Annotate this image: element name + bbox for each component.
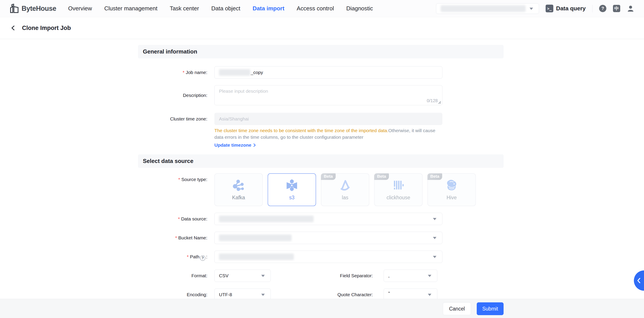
resize-handle-icon[interactable]: [438, 101, 441, 104]
form-content: General information *Job name: _copy Des…: [0, 39, 644, 301]
path-help-icon[interactable]: ?: [200, 255, 205, 261]
chevron-down-icon: [433, 218, 436, 220]
chevron-down-icon: [433, 237, 436, 239]
update-timezone-link[interactable]: Update timezone: [214, 142, 478, 148]
chevron-left-icon: [636, 278, 641, 283]
bucket-name-redacted-value: [219, 234, 292, 241]
bytehouse-logo: ByteHouse: [10, 4, 56, 14]
cluster-time-zone-label: Cluster time zone:: [0, 113, 207, 125]
required-asterisk: *: [175, 235, 177, 240]
nav-cluster-management[interactable]: Cluster management: [104, 5, 157, 12]
kafka-icon: [232, 179, 245, 192]
submit-button[interactable]: Submit: [477, 302, 504, 315]
chevron-down-icon: [428, 294, 432, 296]
encoding-value: UTF-8: [219, 292, 232, 297]
cluster-time-zone-row: Cluster time zone: Asia/Shanghai The clu…: [0, 113, 644, 148]
source-card-label: Kafka: [232, 195, 245, 201]
format-select[interactable]: CSV: [214, 269, 271, 282]
path-select[interactable]: [214, 251, 442, 263]
nav-access-control[interactable]: Access control: [297, 5, 334, 12]
required-asterisk: *: [178, 216, 180, 221]
required-asterisk: *: [187, 254, 188, 259]
bucket-name-select[interactable]: [214, 232, 442, 244]
help-icon[interactable]: ?: [599, 5, 606, 12]
source-type-row: *Source type:: [0, 173, 644, 206]
source-card-label: Hive: [446, 195, 457, 201]
s3-icon: [286, 179, 298, 192]
main-nav: Overview Cluster management Task center …: [68, 5, 373, 12]
source-card-label: s3: [289, 195, 294, 201]
las-icon: [339, 179, 352, 192]
format-label: Format:: [0, 269, 207, 282]
section-general-information: General information: [138, 45, 504, 58]
char-counter: 0/128: [427, 98, 438, 103]
source-card-kafka[interactable]: Kafka: [214, 173, 263, 206]
nav-overview[interactable]: Overview: [68, 5, 92, 12]
description-row: Description: Please input description 0/…: [0, 85, 644, 105]
bucket-name-label: *Bucket Name:: [0, 232, 207, 244]
source-type-label: *Source type:: [0, 173, 207, 186]
format-value: CSV: [219, 273, 228, 278]
path-row: *Path?:: [0, 251, 644, 263]
description-placeholder: Please input description: [219, 89, 438, 94]
path-redacted-value: [219, 253, 294, 260]
source-card-las[interactable]: Beta las: [321, 173, 369, 206]
description-label: Description:: [0, 85, 207, 105]
beta-badge: Beta: [321, 173, 336, 180]
data-source-label: *Data source:: [0, 213, 207, 225]
nav-data-import[interactable]: Data import: [253, 5, 284, 12]
workspace-select-redacted-value: [441, 5, 526, 12]
quote-character-value: ": [388, 289, 390, 298]
source-type-cards: Kafka s3: [214, 173, 476, 206]
bucket-name-row: *Bucket Name:: [0, 232, 644, 244]
chevron-down-icon: [530, 8, 533, 10]
nav-diagnostic[interactable]: Diagnostic: [346, 5, 373, 12]
job-name-suffix: _copy: [251, 70, 263, 75]
job-name-redacted-prefix: [219, 69, 250, 76]
language-icon[interactable]: 中: [613, 5, 620, 12]
required-asterisk: *: [178, 177, 180, 182]
user-icon[interactable]: [627, 5, 634, 12]
chevron-down-icon: [261, 294, 265, 296]
page-title-bar: Clone Import Job: [0, 17, 644, 39]
source-card-hive[interactable]: Beta Hive: [428, 173, 476, 206]
workspace-select[interactable]: [436, 3, 539, 14]
chevron-down-icon: [261, 275, 265, 277]
data-query-button[interactable]: >_ Data query: [546, 5, 586, 12]
top-nav: ByteHouse Overview Cluster management Ta…: [0, 0, 644, 17]
clickhouse-icon: [392, 179, 405, 192]
nav-data-object[interactable]: Data object: [211, 5, 240, 12]
source-card-label: las: [342, 195, 348, 201]
cancel-button[interactable]: Cancel: [443, 302, 471, 315]
divider: [592, 5, 592, 12]
nav-task-center[interactable]: Task center: [170, 5, 199, 12]
back-button[interactable]: [10, 25, 16, 32]
page-title: Clone Import Job: [22, 25, 71, 32]
terminal-icon: >_: [546, 5, 553, 12]
required-asterisk: *: [183, 70, 184, 75]
description-textarea[interactable]: Please input description 0/128: [214, 85, 442, 105]
data-source-row: *Data source:: [0, 213, 644, 225]
source-card-s3[interactable]: s3: [268, 173, 316, 206]
hive-icon: [445, 179, 458, 192]
timezone-warning-text: The cluster time zone needs to be consis…: [214, 127, 478, 141]
action-footer: Cancel Submit: [0, 299, 644, 318]
chevron-right-icon: [253, 143, 256, 147]
chevron-down-icon: [433, 256, 436, 258]
job-name-label: *Job name:: [0, 66, 207, 79]
back-chevron-icon: [10, 25, 16, 32]
source-card-label: clickhouse: [386, 195, 410, 201]
field-separator-label: Field Separator:: [271, 269, 373, 282]
cluster-time-zone-input: Asia/Shanghai: [214, 113, 442, 125]
source-card-clickhouse[interactable]: Beta clickhouse: [374, 173, 422, 206]
logo-text: ByteHouse: [22, 5, 56, 13]
top-nav-right: >_ Data query ? 中: [436, 3, 634, 14]
path-label: *Path?:: [0, 251, 207, 263]
data-source-select[interactable]: [214, 213, 442, 225]
job-name-input[interactable]: _copy: [214, 66, 442, 79]
format-row: Format: CSV Field Separator: ,: [0, 269, 644, 282]
chevron-down-icon: [428, 275, 432, 277]
job-name-row: *Job name: _copy: [0, 66, 644, 79]
section-select-data-source: Select data source: [138, 154, 504, 168]
field-separator-select[interactable]: ,: [384, 269, 437, 282]
